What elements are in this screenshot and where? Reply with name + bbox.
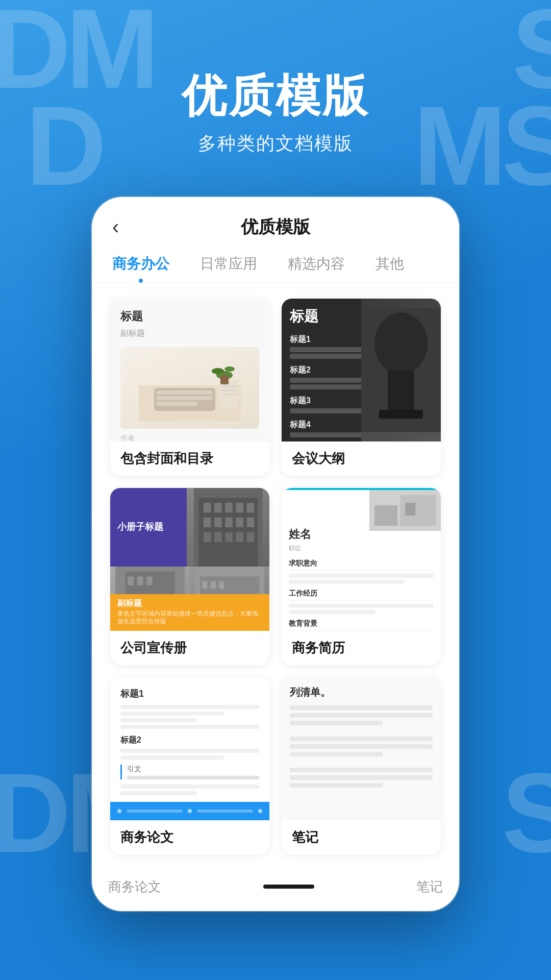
pbar-dot-3: [258, 809, 262, 813]
tab-featured[interactable]: 精选内容: [288, 254, 345, 283]
resume-line-1: [289, 574, 434, 578]
svg-rect-26: [225, 518, 232, 527]
pbar-dot-2: [188, 809, 192, 813]
page-subtitle: 多种类的文档模版: [0, 131, 551, 156]
bottom-right-label: 笔记: [416, 878, 443, 896]
pbar-line-2: [197, 810, 253, 813]
brochure-yellow-bar: 副标题 黄色文字区域内容简短描述一些关键信息点，大量地放在这里符合排版: [110, 594, 269, 631]
cover-preview-inner: 标题 副标题: [110, 299, 269, 442]
notes-line-7: [290, 768, 433, 772]
svg-rect-37: [137, 576, 143, 585]
svg-rect-42: [211, 581, 216, 589]
template-preview-notes: 列清单。: [282, 677, 441, 820]
paper-line-2: [120, 712, 224, 716]
brochure-orange-text: 黄色文字区域内容简短描述一些关键信息点，大量地放在这里符合排版: [117, 610, 262, 626]
brochure-building-image: [187, 488, 269, 567]
notes-line-2: [290, 713, 433, 718]
bottom-bar: 商务论文 笔记: [92, 870, 459, 911]
svg-rect-4: [157, 402, 197, 406]
paper-quote-block: 引文: [120, 765, 259, 779]
template-card-meeting[interactable]: 标题 标题1 标题2 标题3: [282, 299, 441, 476]
notes-line-6: [290, 752, 383, 756]
svg-point-14: [374, 312, 428, 374]
desk-image: [120, 347, 259, 429]
svg-rect-23: [246, 503, 254, 512]
resume-header-image: [369, 490, 441, 531]
phone-mockup: ‹ 优质模版 商务办公 日常应用 精选内容 其他 标题 副标题: [92, 197, 459, 911]
svg-rect-29: [204, 532, 211, 542]
svg-rect-30: [214, 532, 221, 542]
svg-rect-21: [225, 503, 232, 512]
resume-line-4: [289, 610, 375, 614]
paper-quote-line: [127, 776, 259, 779]
desk-illustration: [139, 355, 241, 421]
bottom-indicator: [263, 885, 314, 889]
svg-rect-47: [405, 503, 415, 516]
svg-rect-32: [236, 532, 243, 542]
tab-daily[interactable]: 日常应用: [200, 254, 257, 283]
paper-h2: 标题2: [120, 735, 259, 746]
svg-rect-27: [236, 518, 243, 527]
cover-title: 标题: [120, 309, 259, 324]
notes-line-9: [290, 783, 383, 788]
svg-rect-19: [204, 503, 211, 512]
svg-rect-12: [220, 375, 229, 384]
svg-rect-38: [146, 576, 153, 585]
card-label-meeting: 会议大纲: [282, 442, 441, 476]
paper-line-5: [120, 749, 259, 753]
notes-line-3: [290, 721, 383, 725]
brochure-purple-block: 小册子标题: [110, 488, 187, 567]
paper-h1: 标题1: [120, 688, 259, 700]
resume-position: 职位: [289, 544, 434, 553]
brochure-preview-inner: 小册子标题: [110, 488, 269, 631]
tab-other[interactable]: 其他: [375, 254, 404, 283]
app-title: 优质模版: [241, 215, 310, 239]
svg-rect-2: [157, 390, 213, 395]
app-navigation: ‹ 优质模版: [92, 197, 459, 249]
template-card-resume[interactable]: 姓名 职位 求职意向 工作经历 教育背景 商务简历: [282, 488, 441, 665]
notes-preview-inner: 列清单。: [282, 677, 441, 820]
card-label-paper: 商务论文: [110, 820, 269, 854]
notes-line-8: [290, 775, 433, 780]
template-preview-meeting: 标题 标题1 标题2 标题3: [282, 299, 441, 442]
svg-rect-43: [219, 581, 224, 589]
back-button[interactable]: ‹: [112, 215, 119, 238]
template-card-notes[interactable]: 列清单。 笔记: [282, 677, 441, 854]
card-label-notes: 笔记: [282, 820, 441, 854]
resume-preview-inner: 姓名 职位 求职意向 工作经历 教育背景: [282, 488, 441, 631]
cover-image-placeholder: [120, 347, 259, 429]
notes-title: 列清单。: [290, 685, 433, 699]
resume-line-2: [289, 580, 405, 584]
cover-subtitle: 副标题: [120, 328, 259, 339]
svg-rect-36: [128, 576, 134, 585]
resume-section-work: 工作经历: [289, 589, 434, 601]
svg-rect-33: [246, 532, 254, 542]
notes-line-5: [290, 744, 433, 749]
template-card-paper[interactable]: 标题1 标题2 引文: [110, 677, 269, 854]
paper-line-4: [120, 725, 259, 729]
card-label-resume: 商务简历: [282, 631, 441, 665]
brochure-subtitle: 小册子标题: [117, 521, 163, 533]
template-card-brochure[interactable]: 小册子标题: [110, 488, 269, 665]
notes-spacer: [290, 728, 433, 737]
template-card-cover[interactable]: 标题 副标题: [110, 299, 269, 476]
svg-rect-25: [214, 518, 221, 527]
templates-grid: 标题 副标题: [92, 283, 459, 870]
bottom-left-label: 商务论文: [108, 878, 161, 896]
page-title: 优质模版: [0, 71, 551, 121]
paper-line-3: [120, 718, 197, 722]
pbar-line-1: [127, 810, 183, 813]
template-preview-brochure: 小册子标题: [110, 488, 269, 631]
template-preview-paper: 标题1 标题2 引文: [110, 677, 269, 820]
cover-author: 作者: [120, 434, 259, 442]
svg-rect-20: [214, 503, 221, 512]
svg-point-10: [212, 368, 224, 374]
resume-section-intent: 求职意向: [289, 559, 434, 571]
paper-line-1: [120, 705, 259, 709]
notes-spacer-2: [290, 760, 433, 768]
svg-point-11: [224, 366, 235, 372]
paper-line-7: [120, 785, 259, 789]
meeting-chair-image: [361, 299, 441, 442]
paper-preview-inner: 标题1 标题2 引文: [110, 677, 269, 820]
tab-business[interactable]: 商务办公: [112, 254, 169, 283]
